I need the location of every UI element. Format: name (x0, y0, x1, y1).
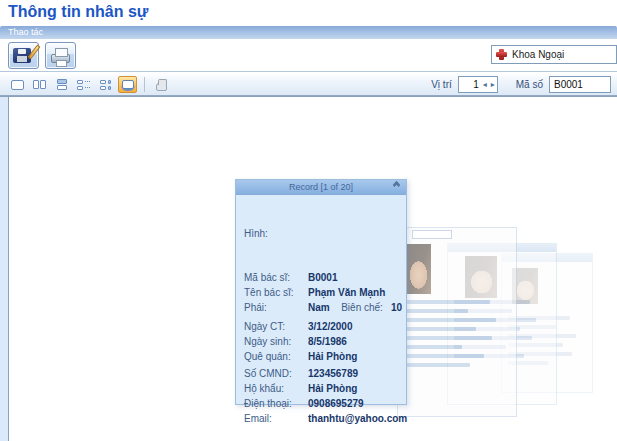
app-window: Thông tin nhân sự Thao tác Khoa Ngoại (0, 0, 617, 441)
position-spinner[interactable]: 1 ◂ ▸ (458, 76, 498, 93)
field-row-ma-bac-si: Mã bác sĩ: B0001 (244, 270, 402, 285)
position-label: Vị trí (431, 79, 452, 90)
photo-field-label: Hình: (244, 228, 268, 239)
toolbar-separator (144, 77, 145, 92)
left-panel-strip (0, 97, 9, 441)
two-cards-icon (33, 80, 46, 89)
print-button[interactable] (45, 42, 76, 69)
ghost-field (412, 230, 452, 239)
view-mode-strip (8, 76, 171, 93)
view-toolbar: Vị trí 1 ◂ ▸ Mã số (0, 73, 617, 96)
field-row-email: Email: thanhtu@yahoo.com (244, 411, 402, 426)
next-record-arrow[interactable]: ▸ (489, 77, 497, 92)
printer-icon (51, 54, 70, 63)
save-button[interactable] (8, 42, 39, 69)
pan-button[interactable] (152, 76, 171, 93)
hand-pan-icon (156, 83, 167, 91)
ribbon-panel: Khoa Ngoại (0, 39, 617, 72)
medical-cross-icon (496, 49, 507, 60)
record-fields: Mã bác sĩ: B0001 Tên bác sĩ: Phạm Văn Mạ… (244, 270, 402, 426)
ribbon-caption-label: Thao tác (8, 27, 43, 37)
previous-record-arrow[interactable]: ◂ (481, 77, 489, 92)
position-value: 1 (459, 79, 481, 90)
department-value: Khoa Ngoại (512, 49, 564, 60)
ribbon-group-caption: Thao tác (0, 26, 617, 39)
collapse-icon[interactable] (390, 182, 402, 193)
record-header-label: Record [1 of 20] (289, 182, 353, 192)
field-row-phai-bien-che: Phái: Nam Biên chế: 10 (244, 300, 402, 315)
record-card: Record [1 of 20] Hình: Mã bác sĩ: B0001 … (235, 179, 407, 405)
two-columns-view-button[interactable] (30, 76, 49, 93)
ghost-photo (405, 244, 431, 294)
code-label: Mã số (516, 79, 543, 90)
multi-column-icon (77, 80, 90, 90)
field-row-ngay-ct: Ngày CT: 3/12/2000 (244, 319, 402, 334)
field-row-ho-khau: Hộ khẩu: Hải Phòng (244, 381, 402, 396)
single-card-icon (11, 80, 24, 90)
carousel-view-icon (122, 80, 134, 89)
record-navigator: Vị trí 1 ◂ ▸ Mã số (431, 76, 611, 93)
ghost-record-card[interactable] (397, 227, 517, 417)
stacked-cards-icon (57, 79, 67, 90)
multi-row-icon (100, 80, 111, 90)
field-row-ngay-sinh: Ngày sinh: 8/5/1986 (244, 334, 402, 349)
multi-row-view-button[interactable] (96, 76, 115, 93)
page-title: Thông tin nhân sự (8, 3, 148, 21)
carousel-view-button[interactable] (118, 76, 137, 93)
code-input[interactable] (549, 76, 611, 93)
field-row-so-cmnd: Số CMND: 123456789 (244, 366, 402, 381)
records-canvas: Record [1 of 20] Hình: Mã bác sĩ: B0001 … (0, 96, 617, 441)
record-card-header: Record [1 of 20] (236, 180, 406, 195)
multi-column-view-button[interactable] (74, 76, 93, 93)
field-row-ten-bac-si: Tên bác sĩ: Phạm Văn Mạnh (244, 285, 402, 300)
field-row-que-quan: Quê quán: Hải Phòng (244, 349, 402, 364)
rows-view-button[interactable] (52, 76, 71, 93)
field-row-dien-thoai: Điện thoại: 0908695279 (244, 396, 402, 411)
single-card-view-button[interactable] (8, 76, 27, 93)
department-combobox[interactable]: Khoa Ngoại (491, 45, 617, 64)
employee-photo (316, 208, 373, 262)
